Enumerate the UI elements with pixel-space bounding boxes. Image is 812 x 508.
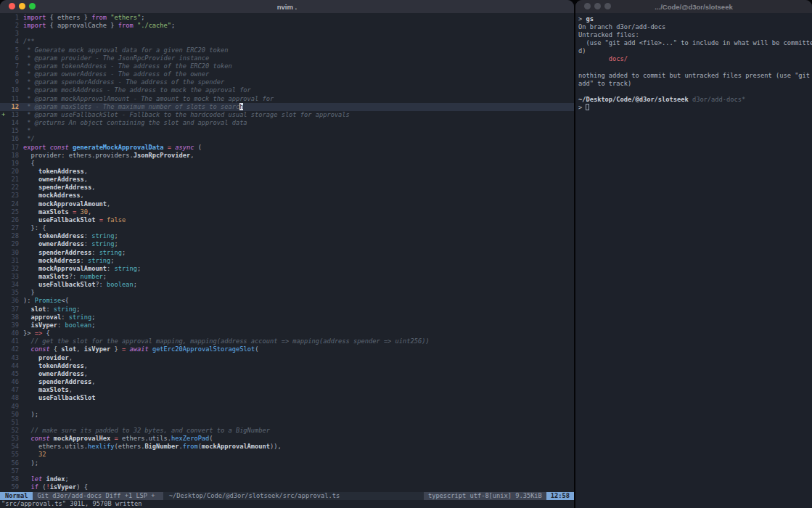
window-title: nvim . — [277, 3, 297, 11]
token: isVyper — [30, 321, 57, 329]
token — [23, 394, 38, 401]
code-text: const { slot, isVyper } = await getErc20… — [19, 345, 258, 353]
gutter-sign — [0, 345, 7, 353]
minimize-button[interactable] — [19, 3, 25, 9]
code-line: 20 tokenAddress, — [0, 168, 574, 176]
line-number: 20 — [7, 168, 19, 176]
gutter-sign — [0, 314, 7, 321]
token: spenderAddress — [38, 378, 91, 385]
token: ; — [115, 232, 118, 239]
token — [23, 168, 38, 175]
token: ; — [137, 265, 141, 272]
gutter-sign — [0, 362, 7, 370]
code-editor[interactable]: 1import { ethers } from "ethers"; 2impor… — [0, 13, 574, 491]
token: string — [91, 240, 114, 247]
zoom-button[interactable] — [604, 3, 611, 9]
close-button[interactable] — [584, 3, 591, 9]
token — [23, 321, 30, 329]
gutter-sign — [0, 176, 7, 184]
token: mockApprovalAmount — [202, 443, 270, 450]
token: ; — [110, 257, 114, 264]
token — [23, 475, 30, 483]
code-line: 10 * @param mockAddress - The address to… — [0, 86, 574, 94]
code-text: useFallbackSlot?: boolean; — [19, 281, 137, 289]
code-text — [19, 419, 23, 427]
code-line: 54 ethers.utils.hexlify(ethers.BigNumber… — [0, 443, 574, 451]
token — [23, 184, 38, 191]
token — [23, 265, 38, 272]
gutter-sign — [0, 38, 7, 46]
token: ; — [65, 475, 69, 483]
gutter-sign — [0, 208, 7, 216]
gutter-sign — [0, 22, 7, 30]
mode-indicator: Normal — [0, 492, 33, 500]
token — [23, 176, 38, 183]
token: export — [23, 144, 46, 151]
zoom-button[interactable] — [29, 3, 36, 9]
line-number: 48 — [7, 394, 19, 402]
token: { — [50, 345, 62, 353]
shell-output[interactable]: > gsOn branch d3or/add-docsUntracked fil… — [575, 13, 812, 112]
code-line: 52 // make sure its padded to 32 bytes, … — [0, 427, 574, 435]
gutter-sign — [0, 95, 7, 103]
line-number: 27 — [7, 224, 19, 232]
line-number: 46 — [7, 378, 19, 386]
line-number: 34 — [7, 281, 19, 289]
token: maxSlots — [38, 208, 69, 216]
token: ) { — [76, 483, 88, 491]
terminal-line: d) — [578, 47, 812, 55]
close-button[interactable] — [9, 3, 15, 9]
token: ( — [38, 483, 46, 491]
code-text: * @param spenderAddress - The address of… — [19, 78, 224, 86]
line-number: 1 — [7, 14, 19, 22]
line-number: 40 — [7, 329, 19, 337]
code-line: 39 isVyper: boolean; — [0, 321, 574, 329]
gutter-sign — [0, 160, 7, 168]
gutter-sign — [0, 411, 7, 419]
line-number: 55 — [7, 451, 19, 459]
line-number: 45 — [7, 370, 19, 378]
gutter-sign — [0, 135, 7, 143]
token: false — [107, 216, 126, 224]
window-title: .../Code/@d3or/slotseek — [655, 3, 732, 11]
code-text: spenderAddress, — [19, 184, 95, 192]
code-line: 50 ); — [0, 411, 574, 419]
filetype-encoding: typescript utf-8[unix] 9.35KiB — [424, 492, 546, 500]
code-text: * @param maxSlots - The maximum number o… — [19, 103, 243, 111]
code-line: 6 * @param provider - The JsonRpcProvide… — [0, 54, 574, 62]
line-number: 37 — [7, 306, 19, 314]
token: from — [91, 14, 107, 21]
line-number: 18 — [7, 152, 19, 160]
token: gs — [586, 15, 593, 22]
line-number: 32 — [7, 265, 19, 273]
gutter-sign — [0, 257, 7, 265]
line-number: 36 — [7, 297, 19, 305]
line-number: 57 — [7, 467, 19, 475]
token: const — [30, 345, 49, 353]
token: , — [69, 386, 73, 393]
code-line: 37 slot: string; — [0, 306, 574, 314]
token: ?: — [69, 273, 81, 280]
gutter-sign — [0, 435, 7, 443]
token: async — [175, 144, 194, 151]
terminal-line: nothing added to commit but untracked fi… — [578, 72, 812, 80]
token: * Generate mock approval data for a give… — [23, 46, 228, 54]
token: , — [88, 208, 91, 216]
token: docs/ — [578, 55, 628, 62]
line-number: 54 — [7, 443, 19, 451]
token: ); — [23, 411, 38, 418]
minimize-button[interactable] — [594, 3, 601, 9]
line-number: 43 — [7, 354, 19, 362]
gutter-sign — [0, 427, 7, 435]
code-text: let index; — [19, 475, 69, 483]
token: Untracked files: — [578, 31, 639, 38]
gutter-sign — [0, 386, 7, 394]
code-line: 23 mockAddress, — [0, 192, 574, 200]
line-number: 53 — [7, 435, 19, 443]
git-branch-status: Git d3or/add-docs Diff +1 LSP + — [33, 492, 163, 500]
token: ( — [209, 435, 213, 442]
gutter-sign — [0, 127, 7, 135]
token: provider: ethers.providers. — [23, 152, 134, 159]
token: ( — [255, 345, 258, 353]
line-number: 25 — [7, 208, 19, 216]
